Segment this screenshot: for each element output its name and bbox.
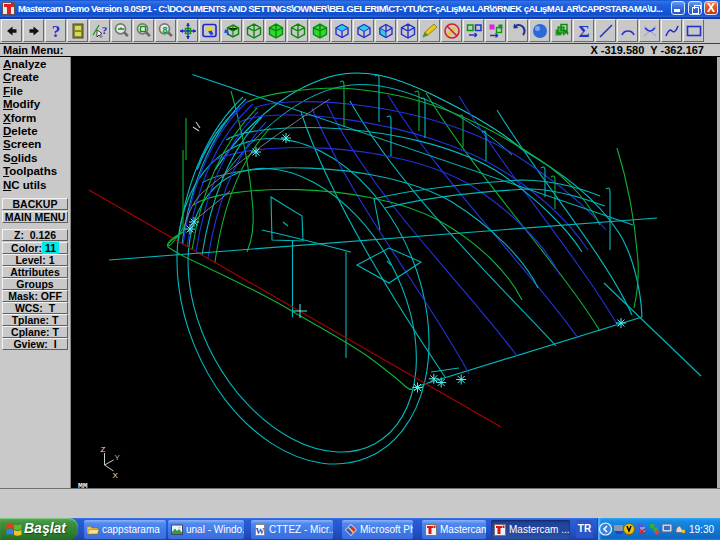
svg-text:Y: Y	[115, 453, 121, 462]
svg-text:W: W	[256, 525, 265, 535]
svg-text:MM: MM	[78, 481, 88, 488]
svg-text:X: X	[113, 471, 119, 480]
svg-text:19:30: 19:30	[689, 524, 714, 535]
svg-text:?: ?	[52, 22, 61, 40]
svg-text:Z: Z	[101, 445, 106, 454]
svg-text:?: ?	[102, 24, 108, 36]
svg-text:Σ: Σ	[578, 22, 589, 40]
svg-text:8: 8	[162, 25, 167, 35]
